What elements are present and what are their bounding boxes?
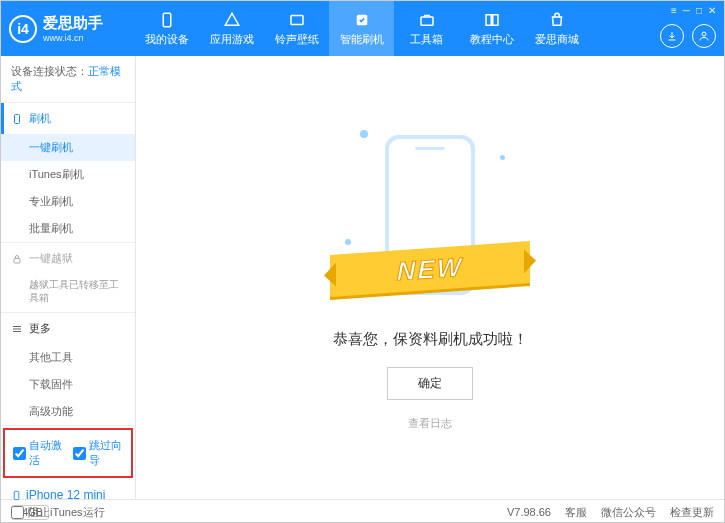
lock-icon — [11, 253, 23, 265]
logo: i4 爱思助手 www.i4.cn — [9, 14, 134, 43]
main-content: NEW 恭喜您，保资料刷机成功啦！ 确定 查看日志 — [136, 56, 724, 499]
app-header: i4 爱思助手 www.i4.cn 我的设备 应用游戏 铃声壁纸 智能刷机 工具… — [1, 1, 724, 56]
menu-icon[interactable]: ≡ — [671, 5, 677, 16]
nav-toolbox[interactable]: 工具箱 — [394, 1, 459, 56]
device-small-icon — [11, 490, 22, 501]
view-log-link[interactable]: 查看日志 — [408, 416, 452, 431]
version-label: V7.98.66 — [507, 506, 551, 518]
wechat-link[interactable]: 微信公众号 — [601, 505, 656, 520]
sidebar-item-advanced[interactable]: 高级功能 — [1, 398, 135, 425]
sidebar-flash-header[interactable]: 刷机 — [1, 103, 135, 134]
sidebar-item-itunes[interactable]: iTunes刷机 — [1, 161, 135, 188]
service-link[interactable]: 客服 — [565, 505, 587, 520]
auto-activate-checkbox[interactable]: 自动激活 — [13, 438, 63, 468]
nav-tutorials[interactable]: 教程中心 — [459, 1, 524, 56]
svg-rect-3 — [421, 17, 433, 25]
nav-apps[interactable]: 应用游戏 — [199, 1, 264, 56]
main-nav: 我的设备 应用游戏 铃声壁纸 智能刷机 工具箱 教程中心 爱思商城 — [134, 1, 716, 56]
success-illustration: NEW — [340, 125, 520, 315]
sidebar-item-download[interactable]: 下载固件 — [1, 371, 135, 398]
svg-rect-5 — [15, 114, 20, 123]
svg-point-4 — [702, 32, 706, 36]
user-button[interactable] — [692, 24, 716, 48]
sidebar-item-pro[interactable]: 专业刷机 — [1, 188, 135, 215]
apps-icon — [223, 11, 241, 29]
nav-store[interactable]: 爱思商城 — [524, 1, 589, 56]
window-controls: ≡ ─ □ ✕ — [671, 5, 716, 16]
flash-icon — [353, 11, 371, 29]
ok-button[interactable]: 确定 — [387, 367, 473, 400]
close-icon[interactable]: ✕ — [708, 5, 716, 16]
new-ribbon: NEW — [330, 241, 530, 297]
user-icon — [698, 30, 710, 42]
download-button[interactable] — [660, 24, 684, 48]
wallpaper-icon — [288, 11, 306, 29]
update-link[interactable]: 检查更新 — [670, 505, 714, 520]
minimize-icon[interactable]: ─ — [683, 5, 690, 16]
nav-ringtones[interactable]: 铃声壁纸 — [264, 1, 329, 56]
logo-icon: i4 — [9, 15, 37, 43]
toolbox-icon — [418, 11, 436, 29]
nav-my-device[interactable]: 我的设备 — [134, 1, 199, 56]
nav-flash[interactable]: 智能刷机 — [329, 1, 394, 56]
sidebar-jailbreak-header[interactable]: 一键越狱 — [1, 243, 135, 274]
book-icon — [483, 11, 501, 29]
list-icon — [11, 323, 23, 335]
phone-icon — [11, 113, 23, 125]
svg-rect-0 — [163, 13, 171, 27]
skip-guide-checkbox[interactable]: 跳过向导 — [73, 438, 123, 468]
svg-rect-1 — [291, 15, 303, 24]
app-title: 爱思助手 — [43, 14, 103, 33]
svg-rect-6 — [14, 258, 20, 263]
sidebar-more-header[interactable]: 更多 — [1, 313, 135, 344]
download-icon — [666, 30, 678, 42]
success-message: 恭喜您，保资料刷机成功啦！ — [333, 330, 528, 349]
connection-status: 设备连接状态：正常模式 — [1, 56, 135, 103]
jailbreak-note: 越狱工具已转移至工具箱 — [1, 274, 135, 312]
sidebar-item-batch[interactable]: 批量刷机 — [1, 215, 135, 242]
app-url: www.i4.cn — [43, 33, 103, 43]
sidebar-item-other[interactable]: 其他工具 — [1, 344, 135, 371]
store-icon — [548, 11, 566, 29]
svg-rect-7 — [14, 491, 19, 499]
sidebar-item-oneclick[interactable]: 一键刷机 — [1, 134, 135, 161]
maximize-icon[interactable]: □ — [696, 5, 702, 16]
sidebar: 设备连接状态：正常模式 刷机 一键刷机 iTunes刷机 专业刷机 批量刷机 一… — [1, 56, 136, 499]
device-icon — [158, 11, 176, 29]
block-itunes-checkbox[interactable]: 阻止iTunes运行 — [11, 505, 105, 520]
options-highlight: 自动激活 跳过向导 — [3, 428, 133, 478]
